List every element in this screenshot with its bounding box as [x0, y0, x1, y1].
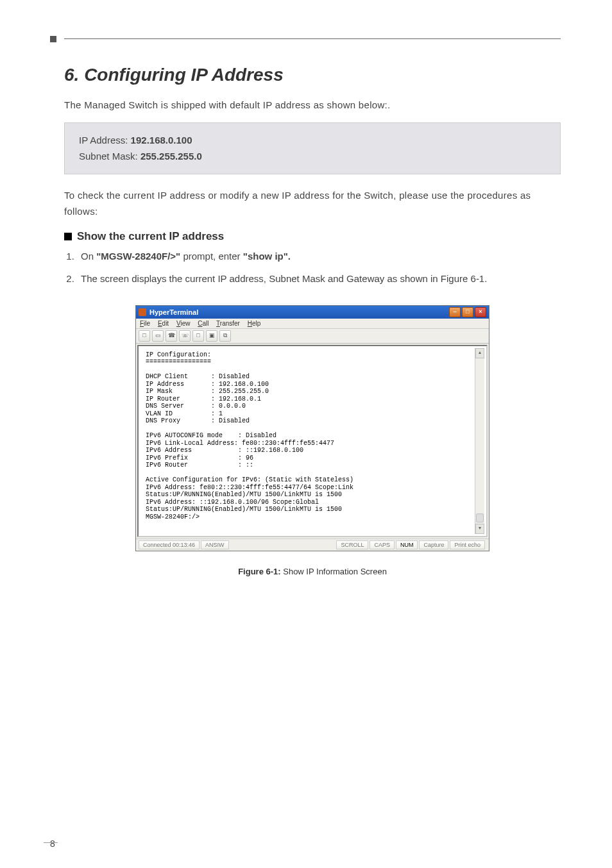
toolbar-btn-2[interactable]: ▭ — [152, 330, 164, 342]
subnet-mask-label: Subnet Mask: — [79, 151, 140, 162]
step-2: The screen displays the current IP addre… — [77, 271, 561, 287]
menu-edit[interactable]: Edit — [158, 320, 169, 327]
sub-heading: Show the current IP address — [64, 230, 561, 243]
toolbar-btn-3[interactable]: ☎ — [166, 330, 177, 342]
ip-address-value: 192.168.0.100 — [131, 135, 192, 146]
hyperterminal-window: HyperTerminal – □ × File Edit View Call … — [135, 305, 489, 551]
steps-list: On "MGSW-28240F/>" prompt, enter "show i… — [64, 248, 561, 287]
default-ip-block: IP Address: 192.168.0.100 Subnet Mask: 2… — [64, 122, 561, 174]
subnet-mask-value: 255.255.255.0 — [140, 151, 202, 162]
figure-text: Show IP Information Screen — [283, 567, 387, 576]
menubar: File Edit View Call Transfer Help — [136, 319, 489, 329]
toolbar-btn-7[interactable]: ⧉ — [219, 330, 231, 342]
scroll-thumb[interactable] — [476, 513, 484, 522]
toolbar-btn-4[interactable]: ☏ — [179, 330, 191, 342]
status-caps: CAPS — [370, 540, 395, 549]
terminal-body: IP Configuration: ================= DHCP… — [137, 345, 488, 537]
status-capture: Capture — [419, 540, 448, 549]
top-rule — [64, 38, 561, 39]
close-button[interactable]: × — [475, 307, 486, 317]
check-ip-paragraph: To check the current IP address or modif… — [64, 187, 561, 220]
menu-file[interactable]: File — [140, 320, 150, 327]
sub-heading-text: Show the current IP address — [77, 230, 224, 242]
titlebar: HyperTerminal – □ × — [136, 306, 489, 319]
status-encoding: ANSIW — [201, 540, 229, 549]
ip-address-label: IP Address: — [79, 135, 131, 146]
section-title: 6. Configuring IP Address — [64, 65, 561, 85]
bullet-icon — [64, 233, 72, 240]
prompt-text: "MGSW-28240F/>" — [96, 251, 180, 262]
menu-help[interactable]: Help — [248, 320, 261, 327]
status-echo: Print echo — [450, 540, 485, 549]
toolbar: □ ▭ ☎ ☏ □ ▣ ⧉ — [136, 329, 489, 344]
menu-transfer[interactable]: Transfer — [216, 320, 240, 327]
figure-label: Figure 6-1: — [238, 567, 280, 576]
intro-paragraph: The Managed Switch is shipped with defau… — [64, 97, 561, 113]
window-title: HyperTerminal — [149, 308, 448, 316]
scrollbar[interactable]: ▴ ▾ — [475, 348, 484, 534]
status-num: NUM — [396, 540, 418, 549]
terminal-output: IP Configuration: ================= DHCP… — [140, 348, 484, 534]
cmd-text: "show ip". — [243, 251, 291, 262]
scroll-down-icon[interactable]: ▾ — [475, 524, 484, 534]
maximize-button[interactable]: □ — [462, 307, 473, 317]
menu-call[interactable]: Call — [198, 320, 208, 327]
status-scroll: SCROLL — [336, 540, 368, 549]
app-icon — [139, 308, 146, 316]
page-number: 8 — [50, 839, 55, 849]
step-1: On "MGSW-28240F/>" prompt, enter "show i… — [77, 248, 561, 265]
toolbar-btn-6[interactable]: ▣ — [206, 330, 217, 342]
status-connected: Connected 00:13:46 — [139, 540, 200, 549]
toolbar-btn-5[interactable]: □ — [192, 330, 204, 342]
toolbar-btn-1[interactable]: □ — [139, 330, 150, 342]
menu-view[interactable]: View — [176, 320, 191, 327]
figure-caption: Figure 6-1: Show IP Information Screen — [64, 567, 561, 576]
scroll-up-icon[interactable]: ▴ — [475, 348, 484, 358]
minimize-button[interactable]: – — [449, 307, 461, 317]
statusbar: Connected 00:13:46 ANSIW SCROLL CAPS NUM… — [136, 538, 489, 551]
